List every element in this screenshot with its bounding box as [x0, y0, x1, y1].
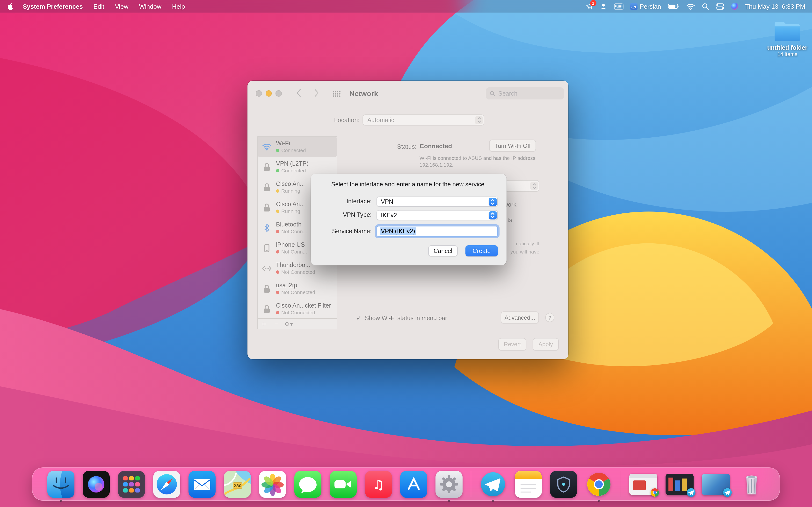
service-row-usa-l2tp[interactable]: usa l2tpNot Connected: [258, 279, 337, 299]
desktop-folder[interactable]: untitled folder 14 items: [756, 20, 812, 57]
app-menu-title[interactable]: System Preferences: [23, 3, 83, 10]
chevron-right-icon: [314, 89, 319, 97]
folder-icon: [773, 20, 801, 43]
service-name: Cisco An...: [276, 201, 305, 208]
service-status-text: Connected: [281, 148, 306, 154]
control-center-menu[interactable]: [716, 2, 724, 11]
show-all-button[interactable]: [333, 90, 341, 99]
remove-service-button[interactable]: −: [270, 319, 283, 329]
service-name: Cisco An...cket Filter: [276, 302, 331, 309]
stepper-icon: [475, 116, 483, 124]
close-button[interactable]: [256, 90, 262, 96]
service-status: Running: [276, 208, 305, 215]
dock-maps-icon[interactable]: 280: [223, 470, 251, 498]
dock-minimized-window[interactable]: [629, 473, 657, 495]
spotlight-menu[interactable]: [702, 2, 709, 11]
lock-icon: [261, 183, 272, 192]
service-text: Cisco An...Running: [276, 201, 305, 215]
service-name: Bluetooth: [276, 221, 307, 228]
keyboard-icon: [614, 3, 623, 9]
menu-window[interactable]: Window: [139, 3, 161, 10]
location-dropdown[interactable]: Automatic: [362, 114, 484, 125]
battery-icon: [668, 3, 679, 9]
service-text: Cisco An...cket FilterNot Connected: [276, 302, 331, 316]
menu-bar-clock[interactable]: Thu May 13 6:33 PM: [745, 3, 805, 10]
service-name-input[interactable]: VPN (IKEv2): [376, 226, 498, 237]
dock-appstore-icon[interactable]: [400, 470, 427, 498]
revert-button[interactable]: Revert: [498, 338, 526, 350]
phone-icon: [261, 244, 272, 252]
dock-sysprefs-icon[interactable]: [435, 470, 462, 498]
create-button[interactable]: Create: [465, 245, 498, 257]
battery-indicator[interactable]: [668, 2, 679, 11]
input-source-menu[interactable]: ف Persian: [630, 3, 661, 10]
add-service-button[interactable]: +: [258, 319, 270, 329]
status-detail: Wi-Fi is connected to ASUS and has the I…: [419, 155, 541, 168]
service-row-cisco-an-cket-filter[interactable]: Cisco An...cket FilterNot Connected: [258, 299, 337, 319]
new-service-dialog: Select the interface and enter a name fo…: [311, 174, 507, 265]
service-actions-button[interactable]: ⊖▾: [283, 319, 295, 329]
service-status-text: Running: [281, 188, 300, 194]
siri-menu[interactable]: [730, 2, 738, 11]
input-source-icon: ف: [630, 3, 637, 10]
dock-finder-icon[interactable]: [47, 470, 74, 498]
service-name: Cisco An...: [276, 180, 305, 188]
running-indicator: [598, 500, 600, 501]
siri-icon: [730, 2, 738, 10]
cancel-button[interactable]: Cancel: [428, 245, 458, 257]
help-button[interactable]: ?: [545, 313, 554, 322]
status-item-user[interactable]: [600, 2, 607, 11]
dock-trash-icon[interactable]: [738, 470, 765, 498]
dock-siri-icon[interactable]: [83, 470, 109, 498]
status-dot: [276, 311, 280, 315]
service-name: Thunderbo...: [276, 262, 315, 269]
back-button[interactable]: [296, 89, 301, 99]
running-indicator: [60, 500, 62, 501]
service-status-text: Not Connected: [281, 289, 315, 296]
dock-minimized-window[interactable]: [665, 473, 693, 495]
telegram-badge-icon: [686, 488, 696, 497]
interface-dropdown[interactable]: VPN: [376, 196, 498, 207]
service-status: Not Connected: [276, 310, 331, 316]
dock-mail-icon[interactable]: [188, 470, 215, 498]
dock-launchpad-icon[interactable]: [118, 470, 145, 498]
menu-edit[interactable]: Edit: [94, 3, 104, 10]
forward-button[interactable]: [314, 89, 319, 99]
service-status-text: Connected: [281, 168, 306, 174]
apply-button[interactable]: Apply: [532, 338, 559, 350]
zoom-button[interactable]: [275, 90, 282, 96]
wifi-menu[interactable]: [686, 2, 695, 11]
service-name: VPN (L2TP): [276, 160, 309, 168]
service-text: iPhone USNot Conn...: [276, 241, 307, 255]
apple-menu[interactable]: [7, 2, 14, 10]
dock-messages-icon[interactable]: [294, 470, 321, 498]
dock-darkapp-icon[interactable]: [550, 470, 577, 498]
advanced-button[interactable]: Advanced...: [501, 312, 539, 324]
turn-wifi-off-button[interactable]: Turn Wi-Fi Off: [489, 139, 536, 152]
menu-help[interactable]: Help: [172, 3, 185, 10]
menu-view[interactable]: View: [115, 3, 128, 10]
person-icon: [600, 3, 607, 10]
dock-safari-icon[interactable]: [153, 470, 180, 498]
show-wifi-checkbox[interactable]: ✓ Show Wi-Fi status in menu bar: [356, 314, 447, 322]
dock-photos-icon[interactable]: [259, 470, 286, 498]
status-item-notification[interactable]: 1: [585, 2, 593, 11]
dock-music-icon[interactable]: ♫: [365, 470, 392, 498]
vpn-type-dropdown[interactable]: IKEv2: [376, 210, 498, 220]
dock-separator: [620, 471, 621, 497]
stepper-icon: [530, 182, 538, 190]
dock-minimized-window[interactable]: [702, 473, 729, 495]
dock-telegram-icon[interactable]: [479, 470, 506, 498]
service-name: iPhone US: [276, 241, 307, 249]
dock-notes-icon[interactable]: [514, 470, 542, 498]
search-input[interactable]: Search: [486, 88, 564, 100]
service-status: Not Conn...: [276, 249, 307, 255]
stepper-icon: [489, 211, 497, 219]
dock-separator: [470, 471, 471, 497]
dock-facetime-icon[interactable]: [329, 470, 356, 498]
minimize-button[interactable]: [266, 90, 272, 96]
status-item-keyboard[interactable]: [614, 2, 623, 11]
dock-chrome-icon[interactable]: [585, 470, 612, 498]
lock-icon: [261, 203, 272, 212]
service-row-wi-fi[interactable]: Wi-FiConnected: [258, 137, 337, 157]
